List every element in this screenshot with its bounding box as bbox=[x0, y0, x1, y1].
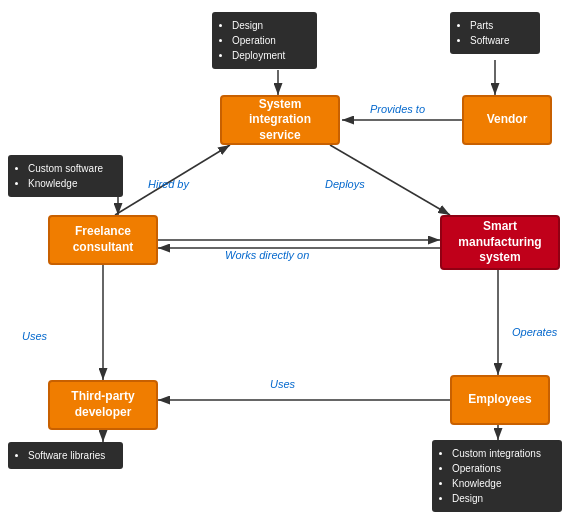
employees-tooltip: Custom integrations Operations Knowledge… bbox=[432, 440, 562, 512]
freelance-consultant-box: Freelance consultant bbox=[48, 215, 158, 265]
smart-manufacturing-box: Smart manufacturing system bbox=[440, 215, 560, 270]
works-directly-on-label: Works directly on bbox=[225, 249, 309, 261]
employees-box: Employees bbox=[450, 375, 550, 425]
diagram-container: Design Operation Deployment Parts Softwa… bbox=[0, 0, 584, 532]
operates-label: Operates bbox=[512, 326, 557, 338]
uses-left-label: Uses bbox=[22, 330, 47, 342]
provides-to-label: Provides to bbox=[370, 103, 425, 115]
system-integration-tooltip: Design Operation Deployment bbox=[212, 12, 317, 69]
third-party-developer-box: Third-party developer bbox=[48, 380, 158, 430]
system-integration-box: System integration service bbox=[220, 95, 340, 145]
consultant-tooltip: Custom software Knowledge bbox=[8, 155, 123, 197]
uses-bottom-label: Uses bbox=[270, 378, 295, 390]
deploys-label: Deploys bbox=[325, 178, 365, 190]
hired-by-label: Hired by bbox=[148, 178, 189, 190]
vendor-tooltip: Parts Software bbox=[450, 12, 540, 54]
vendor-box: Vendor bbox=[462, 95, 552, 145]
third-party-tooltip: Software libraries bbox=[8, 442, 123, 469]
